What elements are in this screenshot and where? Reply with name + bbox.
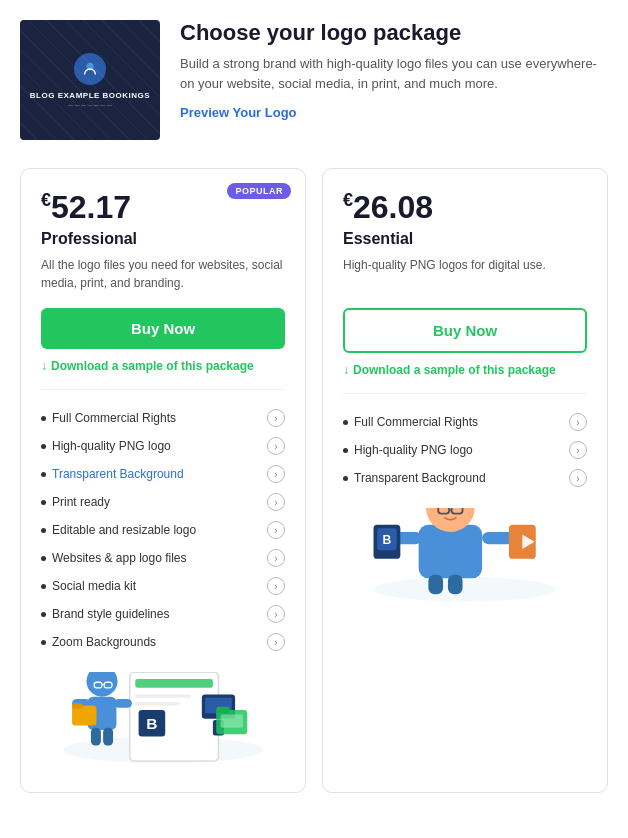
- info-icon[interactable]: ›: [569, 469, 587, 487]
- svg-rect-18: [72, 703, 83, 709]
- svg-text:B: B: [383, 534, 392, 548]
- header-description: Build a strong brand with high-quality l…: [180, 54, 608, 93]
- feature-item: Editable and resizable logo ›: [41, 516, 285, 544]
- bullet-icon: [41, 556, 46, 561]
- download-icon: ↓: [343, 363, 349, 377]
- bullet-icon: [343, 448, 348, 453]
- feature-item: Transparent Background ›: [41, 460, 285, 488]
- svg-rect-43: [448, 575, 463, 595]
- svg-rect-5: [135, 702, 179, 705]
- svg-rect-16: [114, 699, 132, 708]
- feature-item: High-quality PNG logo ›: [41, 432, 285, 460]
- feature-item: Websites & app logo files ›: [41, 544, 285, 572]
- info-icon[interactable]: ›: [267, 633, 285, 651]
- info-icon[interactable]: ›: [267, 549, 285, 567]
- info-icon[interactable]: ›: [267, 493, 285, 511]
- bullet-icon: [41, 500, 46, 505]
- bullet-icon: [41, 584, 46, 589]
- essential-illustration: B: [343, 508, 587, 608]
- essential-buy-button[interactable]: Buy Now: [343, 308, 587, 353]
- svg-point-0: [86, 62, 93, 69]
- essential-plan-desc: High-quality PNG logos for digital use.: [343, 256, 587, 292]
- feature-item: Print ready ›: [41, 488, 285, 516]
- bullet-icon: [41, 416, 46, 421]
- professional-features: Full Commercial Rights › High-quality PN…: [41, 404, 285, 656]
- professional-illustration: B: [41, 672, 285, 772]
- svg-rect-25: [216, 707, 229, 714]
- info-icon[interactable]: ›: [267, 577, 285, 595]
- professional-card: POPULAR €52.17 Professional All the logo…: [20, 168, 306, 793]
- feature-item: High-quality PNG logo ›: [343, 436, 587, 464]
- divider: [41, 389, 285, 390]
- svg-rect-42: [428, 575, 443, 595]
- svg-rect-3: [135, 679, 213, 688]
- feature-item: Transparent Background ›: [343, 464, 587, 492]
- bullet-icon: [41, 444, 46, 449]
- info-icon[interactable]: ›: [267, 465, 285, 483]
- info-icon[interactable]: ›: [267, 437, 285, 455]
- svg-rect-28: [419, 525, 482, 579]
- svg-text:B: B: [146, 715, 157, 732]
- bullet-icon: [343, 476, 348, 481]
- professional-plan-name: Professional: [41, 230, 285, 248]
- bullet-icon: [41, 472, 46, 477]
- info-icon[interactable]: ›: [569, 413, 587, 431]
- essential-features: Full Commercial Rights › High-quality PN…: [343, 408, 587, 492]
- essential-price: €26.08: [343, 189, 587, 226]
- essential-card: €26.08 Essential High-quality PNG logos …: [322, 168, 608, 793]
- feature-item: Brand style guidelines ›: [41, 600, 285, 628]
- download-icon: ↓: [41, 359, 47, 373]
- bullet-icon: [41, 640, 46, 645]
- feature-item: Full Commercial Rights ›: [41, 404, 285, 432]
- logo-brand-name: BLOG EXAMPLE BOOKINGS: [30, 91, 150, 100]
- bullet-icon: [41, 612, 46, 617]
- essential-plan-name: Essential: [343, 230, 587, 248]
- page-title: Choose your logo package: [180, 20, 608, 46]
- preview-logo-link[interactable]: Preview Your Logo: [180, 105, 297, 120]
- feature-item: Full Commercial Rights ›: [343, 408, 587, 436]
- professional-buy-button[interactable]: Buy Now: [41, 308, 285, 349]
- essential-download-link[interactable]: ↓ Download a sample of this package: [343, 363, 587, 377]
- info-icon[interactable]: ›: [267, 409, 285, 427]
- logo-sub: — — — — — — —: [30, 102, 150, 108]
- svg-rect-26: [221, 714, 243, 727]
- feature-item: Zoom Backgrounds ›: [41, 628, 285, 656]
- divider: [343, 393, 587, 394]
- logo-thumbnail: BLOG EXAMPLE BOOKINGS — — — — — — —: [20, 20, 160, 140]
- svg-rect-19: [91, 728, 101, 746]
- svg-rect-20: [103, 728, 113, 746]
- professional-plan-desc: All the logo files you need for websites…: [41, 256, 285, 292]
- page-header: BLOG EXAMPLE BOOKINGS — — — — — — — Choo…: [20, 20, 608, 140]
- bullet-icon: [41, 528, 46, 533]
- header-copy: Choose your logo package Build a strong …: [180, 20, 608, 121]
- info-icon[interactable]: ›: [267, 605, 285, 623]
- professional-download-link[interactable]: ↓ Download a sample of this package: [41, 359, 285, 373]
- pricing-cards: POPULAR €52.17 Professional All the logo…: [20, 168, 608, 793]
- info-icon[interactable]: ›: [267, 521, 285, 539]
- svg-point-27: [374, 578, 557, 602]
- info-icon[interactable]: ›: [569, 441, 587, 459]
- bullet-icon: [343, 420, 348, 425]
- feature-item: Social media kit ›: [41, 572, 285, 600]
- popular-badge: POPULAR: [227, 183, 291, 199]
- svg-rect-4: [135, 694, 190, 697]
